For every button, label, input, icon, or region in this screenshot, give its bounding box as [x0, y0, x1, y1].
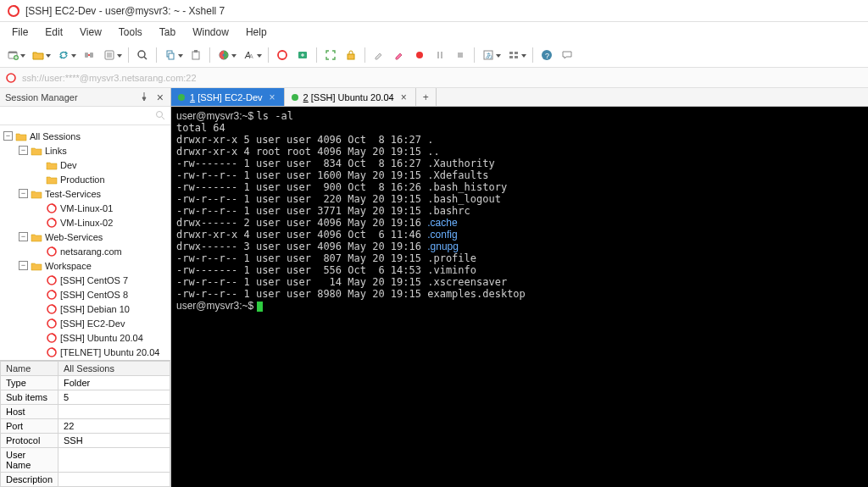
session-search-input[interactable]	[3, 111, 155, 121]
prop-value: SSH	[58, 434, 170, 448]
folder-icon	[31, 145, 42, 157]
session-tab[interactable]: 2 [SSH] Ubuntu 20.04×	[285, 88, 416, 106]
menu-tools[interactable]: Tools	[110, 24, 151, 41]
highlight-off-button[interactable]	[370, 46, 388, 64]
tree-node[interactable]: −Test-Services	[2, 186, 169, 201]
new-tab-button[interactable]: +	[416, 88, 437, 106]
disconnect-button[interactable]	[80, 46, 98, 64]
tree-node[interactable]: netsarang.com	[2, 244, 169, 258]
prop-value	[58, 448, 170, 473]
tree-node[interactable]: [TELNET] Ubuntu 20.04	[2, 345, 169, 359]
tab-close-button[interactable]: ×	[268, 91, 277, 103]
close-panel-button[interactable]: ×	[155, 91, 165, 104]
tree-node[interactable]: −All Sessions	[2, 129, 169, 143]
tree-node[interactable]: −Links	[2, 143, 169, 158]
tree-node[interactable]: −Web-Services	[2, 230, 169, 244]
session-manager-header: Session Manager ×	[0, 88, 170, 107]
session-icon	[46, 332, 58, 344]
reconnect-button[interactable]	[54, 46, 73, 64]
svg-rect-26	[441, 52, 442, 58]
new-session-button[interactable]	[3, 46, 22, 64]
tree-node[interactable]: Production	[2, 172, 169, 186]
folder-icon	[46, 159, 58, 171]
tree-node[interactable]: Dev	[2, 158, 169, 172]
pause-button[interactable]	[431, 46, 449, 64]
svg-point-36	[7, 74, 15, 82]
layout-button[interactable]	[504, 46, 523, 64]
toolbar-separator	[156, 47, 157, 63]
tree-node[interactable]: [SSH] CentOS 7	[2, 273, 169, 287]
stop-button[interactable]	[451, 46, 470, 64]
properties-button[interactable]	[100, 46, 119, 64]
encoding-button[interactable]: あ	[479, 46, 498, 64]
terminal[interactable]: user@mysvr3:~$ ls -al total 64 drwxr-xr-…	[171, 107, 868, 487]
menu-file[interactable]: File	[3, 24, 36, 41]
copy-button[interactable]	[161, 46, 180, 64]
tree-node[interactable]: [SSH] CentOS 8	[2, 287, 169, 302]
session-icon	[46, 289, 58, 301]
svg-text:A: A	[249, 53, 253, 59]
menu-window[interactable]: Window	[184, 24, 237, 41]
svg-rect-5	[90, 53, 93, 58]
help-button[interactable]: ?	[537, 46, 556, 64]
xshell-button[interactable]	[273, 46, 292, 64]
session-manager-title: Session Manager	[5, 92, 78, 102]
font-button[interactable]: AA	[240, 46, 259, 64]
feedback-button[interactable]	[558, 46, 576, 64]
tree-node[interactable]: [SSH] Ubuntu 20.04	[2, 330, 169, 345]
tree-toggle[interactable]: −	[19, 261, 28, 270]
svg-rect-30	[509, 52, 513, 54]
svg-point-21	[278, 51, 287, 59]
session-search[interactable]	[0, 107, 170, 125]
tree-toggle[interactable]: −	[19, 232, 28, 241]
tab-close-button[interactable]: ×	[399, 91, 409, 103]
fullscreen-button[interactable]	[321, 46, 340, 64]
paste-button[interactable]	[186, 46, 205, 64]
toolbar-separator	[209, 47, 210, 63]
menu-edit[interactable]: Edit	[36, 24, 71, 41]
svg-rect-25	[437, 52, 439, 58]
properties-table: NameAll SessionsTypeFolderSub items5Host…	[0, 361, 170, 487]
address-bar[interactable]: ssh://user:****@mysvr3.netsarang.com:22	[0, 68, 868, 88]
tree-toggle[interactable]: −	[19, 189, 28, 198]
session-icon	[46, 274, 58, 286]
session-tree[interactable]: −All Sessions−LinksDevProduction−Test-Se…	[0, 125, 170, 360]
prop-row: TypeFolder	[1, 376, 170, 390]
tree-node[interactable]: −Workspace	[2, 258, 169, 273]
tree-toggle[interactable]: −	[19, 146, 28, 155]
record-button[interactable]	[410, 46, 429, 64]
tree-label: Dev	[60, 160, 77, 170]
main-area: Session Manager × −All Sessions−LinksDev…	[0, 88, 868, 487]
tree-node[interactable]: VM-Linux-02	[2, 215, 169, 230]
svg-line-38	[162, 117, 164, 119]
menu-tab[interactable]: Tab	[151, 24, 184, 41]
prop-col-name: Name	[1, 362, 58, 376]
menu-view[interactable]: View	[71, 24, 110, 41]
tab-label: 2 [SSH] Ubuntu 20.04	[303, 92, 394, 102]
tree-toggle[interactable]: −	[3, 131, 13, 141]
xftp-button[interactable]	[293, 46, 312, 64]
svg-point-11	[138, 51, 145, 58]
svg-rect-23	[348, 54, 354, 59]
color-scheme-button[interactable]	[214, 46, 233, 64]
highlight-on-button[interactable]	[390, 46, 409, 64]
prop-key: User Name	[1, 448, 58, 473]
menu-help[interactable]: Help	[237, 24, 275, 41]
toolbar-separator	[532, 47, 533, 63]
tree-label: [SSH] CentOS 7	[60, 275, 128, 285]
tree-label: [SSH] EC2-Dev	[60, 318, 125, 329]
session-tab[interactable]: 1 [SSH] EC2-Dev×	[171, 88, 285, 106]
svg-rect-15	[192, 52, 199, 59]
svg-rect-33	[515, 56, 518, 58]
find-button[interactable]	[133, 46, 152, 64]
tree-node[interactable]: [SSH] EC2-Dev	[2, 316, 169, 330]
tree-node[interactable]: VM-Linux-01	[2, 201, 169, 215]
open-session-button[interactable]	[29, 46, 47, 64]
folder-icon	[31, 260, 42, 272]
swirl-icon	[5, 71, 19, 85]
prop-key: Host	[1, 405, 58, 419]
pin-icon[interactable]	[140, 92, 150, 102]
tree-node[interactable]: [SSH] Debian 10	[2, 302, 169, 316]
lock-button[interactable]	[342, 46, 360, 64]
status-dot-icon	[292, 94, 298, 101]
